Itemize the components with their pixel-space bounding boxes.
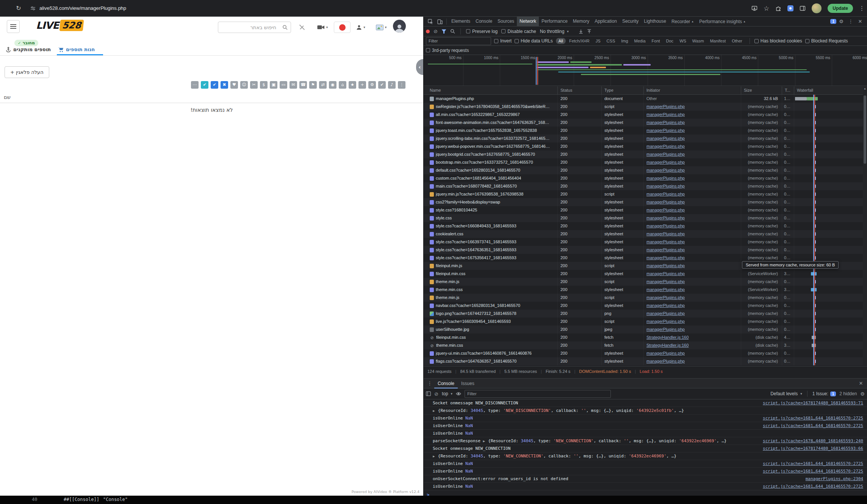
console-filter-input[interactable] <box>465 390 611 398</box>
site-info-icon[interactable] <box>30 6 36 11</box>
devtools-tab-application[interactable]: Application <box>592 17 620 26</box>
network-request-row[interactable]: managerPlugins.php200documentOther32.6 k… <box>424 95 867 103</box>
devtools-tab-network[interactable]: Network <box>517 17 539 26</box>
invert-checkbox[interactable]: Invert <box>494 38 512 44</box>
live-expression-eye-icon[interactable] <box>456 392 461 396</box>
console-source-link[interactable]: script.js?cache=1681…644_1681465570:2725 <box>757 461 863 466</box>
console-message[interactable]: ▶ {ResourceId: 34045, type: 'NEW_CONNECT… <box>424 452 867 460</box>
initiator-link[interactable]: managerPlugins.php <box>646 287 685 292</box>
flag-icon[interactable]: ⚑ <box>309 81 317 89</box>
select-check-icon[interactable]: ✔ <box>211 81 218 89</box>
console-source-link[interactable]: script.js?cache=1681…644_1681465570:2725 <box>757 416 863 421</box>
heart-icon[interactable]: ♥ <box>230 81 238 89</box>
initiator-link[interactable]: managerPlugins.php <box>646 263 685 268</box>
network-request-row[interactable]: navbar.css?cache=1652803134_168146557020… <box>424 302 867 310</box>
inspect-element-icon[interactable] <box>426 19 435 24</box>
column-header-time[interactable]: T... <box>782 86 794 94</box>
column-header-size[interactable]: Size <box>741 86 782 94</box>
initiator-link[interactable]: managerPlugins.php <box>646 208 685 212</box>
devtools-tab-sources[interactable]: Sources <box>495 17 517 26</box>
import-har-icon[interactable] <box>579 29 583 34</box>
console-source-link[interactable]: script.js?cache=1678174480_1681465593:66 <box>757 446 863 451</box>
tab-console[interactable]: Console <box>434 379 458 388</box>
browser-menu-icon[interactable]: ⋮ <box>859 5 865 12</box>
console-source-link[interactable]: script.js?cache=1681…644_1681465570:2725 <box>757 423 863 429</box>
network-request-row[interactable]: userSilhouette.jpg200jpegmanagerPlugins.… <box>424 326 867 333</box>
preserve-log-checkbox[interactable]: Preserve log <box>466 29 498 34</box>
console-prompt[interactable]: > <box>424 490 867 496</box>
console-source-link[interactable]: managerPlugins.php:2304 <box>800 476 863 482</box>
devtools-tab-elements[interactable]: Elements <box>449 17 473 26</box>
drawer-menu-icon[interactable]: ⋮ <box>425 380 434 386</box>
install-icon[interactable] <box>751 5 757 11</box>
initiator-link[interactable]: managerPlugins.php <box>646 359 685 363</box>
gallery-icon[interactable]: ▣ <box>270 81 277 89</box>
expand-arrow-icon[interactable]: ▶ <box>433 454 437 458</box>
initiator-link[interactable]: managerPlugins.php <box>646 239 685 244</box>
network-request-row[interactable]: flags.css?cache=1647636357_1681465570200… <box>424 357 867 365</box>
tab-installed-plugins[interactable]: תוספים מותקנים <box>6 47 51 52</box>
console-message[interactable]: parseSocketResponse ▶ {ResourceId: 34045… <box>424 437 867 445</box>
initiator-link[interactable]: managerPlugins.php <box>646 295 685 300</box>
console-source-link[interactable]: script.js?cache=1678174480_1681465593:71 <box>757 401 863 406</box>
message-icon[interactable]: ✉ <box>290 81 297 89</box>
network-request-row[interactable]: theme.min.js200scriptmanagerPlugins.php(… <box>424 294 867 302</box>
network-request-row[interactable]: jquery.bootgrid.css?cache=1627658775_168… <box>424 150 867 158</box>
devtools-close-icon[interactable]: ✕ <box>856 19 865 24</box>
network-request-row[interactable]: custom.css?cache=1681456404_168145640420… <box>424 174 867 182</box>
initiator-link[interactable]: managerPlugins.php <box>646 279 685 284</box>
expand-arrow-icon[interactable]: ▶ <box>433 409 437 413</box>
hidden-messages-label[interactable]: 2 hidden <box>839 391 857 396</box>
network-request-row[interactable]: ⊘fileinput.min.css200fetchStrategyHandle… <box>424 333 867 341</box>
filter-chip-doc[interactable]: Doc <box>664 38 676 44</box>
initiator-link[interactable]: managerPlugins.php <box>646 216 685 220</box>
initiator-link[interactable]: managerPlugins.php <box>646 271 685 276</box>
tab-issues[interactable]: Issues <box>458 379 478 388</box>
devtools-tab-memory[interactable]: Memory <box>570 17 592 26</box>
network-request-row[interactable]: logo.png?cache=1674427312_1681465578200p… <box>424 310 867 318</box>
transfer-icon[interactable]: ⇄ <box>319 81 327 89</box>
initiator-link[interactable]: managerPlugins.php <box>646 144 685 149</box>
network-request-row[interactable]: font-awesome-animation.min.css?cache=164… <box>424 119 867 127</box>
screen-share-select[interactable]: ▾ <box>372 22 391 33</box>
user-select[interactable]: ▾ <box>353 22 368 33</box>
initiator-link[interactable]: managerPlugins.php <box>646 104 685 109</box>
initiator-link[interactable]: managerPlugins.php <box>646 152 685 157</box>
network-request-row[interactable]: style.css?cache=1647636351_1681465593200… <box>424 246 867 254</box>
initiator-link[interactable]: managerPlugins.php <box>646 319 685 324</box>
search-network-icon[interactable] <box>450 29 455 34</box>
initiator-link[interactable]: managerPlugins.php <box>646 168 685 172</box>
console-message[interactable]: isUserOnline NaNscript.js?cache=1681…644… <box>424 483 867 490</box>
music-icon[interactable]: ♪ <box>388 81 396 89</box>
devtools-tab-security[interactable]: Security <box>620 17 641 26</box>
payments-icon[interactable]: $ <box>260 81 268 89</box>
camera-select[interactable]: ▾ <box>313 22 332 33</box>
console-message[interactable]: ▶ {ResourceId: 34045, type: 'NEW_DISCONN… <box>424 407 867 415</box>
settings-icon[interactable]: ⚙ <box>368 81 376 89</box>
collapse-panel-handle[interactable]: ‹ <box>416 59 423 75</box>
home-icon[interactable]: ⌂ <box>339 81 346 89</box>
column-header-initiator[interactable]: Initiator <box>644 86 741 94</box>
devtools-menu-icon[interactable]: ⋮ <box>846 19 855 24</box>
update-button[interactable]: Update <box>828 4 853 13</box>
devtools-tab-recorder[interactable]: Recorder▲ <box>669 17 696 27</box>
filter-chip-ws[interactable]: WS <box>677 38 689 44</box>
network-request-row[interactable]: style.css?1680104425200stylesheetmanager… <box>424 206 867 214</box>
initiator-link[interactable]: StrategyHandler.js:160 <box>646 335 689 340</box>
draw-disabled-button[interactable] <box>294 22 310 33</box>
network-record-icon[interactable] <box>426 30 430 33</box>
default-levels-select[interactable]: Default levels ▾ <box>770 391 802 396</box>
device-toolbar-icon[interactable] <box>435 19 444 24</box>
screen-icon[interactable]: ▭ <box>280 81 287 89</box>
scissors-icon[interactable]: ✂ <box>250 81 258 89</box>
filter-funnel-icon[interactable] <box>441 29 446 34</box>
add-icon[interactable]: + <box>358 81 366 89</box>
filter-chip-media[interactable]: Media <box>632 38 648 44</box>
search-icon[interactable] <box>279 25 291 30</box>
devtools-tab-performance[interactable]: Performance <box>539 17 570 26</box>
filter-chip-css[interactable]: CSS <box>604 38 618 44</box>
console-source-link[interactable]: script.js?cache=1681…644_1681465570:2725 <box>757 469 863 474</box>
export-har-icon[interactable] <box>587 29 592 34</box>
scrollbar-thumb[interactable] <box>864 95 866 164</box>
console-message[interactable]: Socket onmessage NEW_DISCONNECTIONscript… <box>424 399 867 407</box>
